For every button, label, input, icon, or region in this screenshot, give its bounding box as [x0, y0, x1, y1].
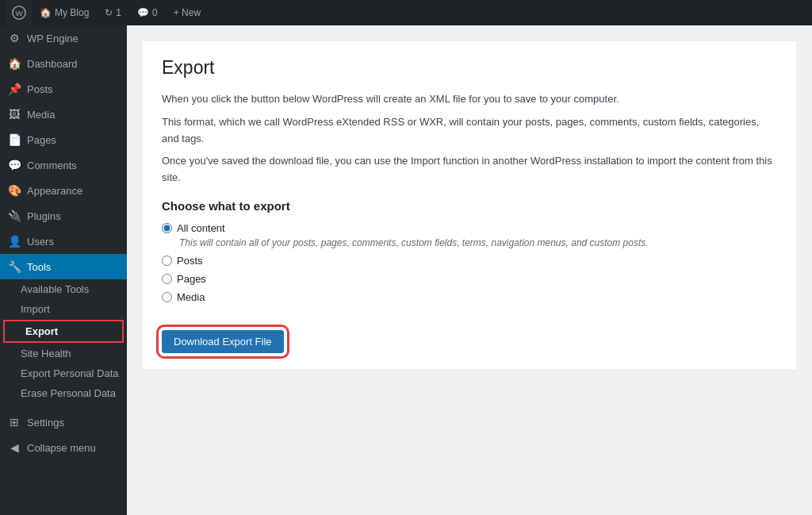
wp-logo[interactable]: W	[6, 0, 32, 25]
download-btn-wrapper: Download Export File	[162, 317, 777, 353]
main-layout: ⚙ WP Engine 🏠 Dashboard 📌 Posts 🖼 Media …	[0, 25, 812, 515]
sidebar-item-users[interactable]: 👤 Users	[0, 229, 127, 254]
radio-media-group: Media	[162, 291, 777, 303]
plugins-icon: 🔌	[8, 209, 21, 222]
pages-icon: 📄	[8, 133, 21, 146]
sidebar-item-posts[interactable]: 📌 Posts	[0, 76, 127, 102]
radio-posts-group: Posts	[162, 255, 777, 267]
sidebar: ⚙ WP Engine 🏠 Dashboard 📌 Posts 🖼 Media …	[0, 25, 127, 515]
radio-pages-group: Pages	[162, 273, 777, 285]
updates-icon: ↻	[105, 7, 113, 18]
adminbar-updates[interactable]: ↻ 1	[97, 0, 129, 25]
adminbar-site-name[interactable]: 🏠 My Blog	[32, 0, 97, 25]
settings-icon: ⊞	[8, 416, 21, 429]
radio-all-content-group: All content This will contain all of you…	[162, 222, 777, 248]
radio-posts[interactable]	[162, 256, 172, 266]
sidebar-sub-export[interactable]: Export	[3, 320, 124, 343]
content-area: Export When you click the button below W…	[127, 25, 812, 515]
sidebar-sub-site-health[interactable]: Site Health	[0, 344, 127, 363]
content-inner: Export When you click the button below W…	[143, 41, 796, 369]
radio-posts-label[interactable]: Posts	[162, 255, 777, 267]
sidebar-sub-export-personal-data[interactable]: Export Personal Data	[0, 363, 127, 383]
download-export-button[interactable]: Download Export File	[162, 330, 284, 353]
sidebar-sub-erase-personal-data[interactable]: Erase Personal Data	[0, 383, 127, 403]
sidebar-sub-import[interactable]: Import	[0, 299, 127, 319]
adminbar-new[interactable]: + New	[166, 0, 209, 25]
desc-2: This format, which we call WordPress eXt…	[162, 114, 777, 148]
tools-icon: 🔧	[8, 260, 21, 273]
sidebar-item-plugins[interactable]: 🔌 Plugins	[0, 203, 127, 229]
wp-engine-icon: ⚙	[8, 32, 21, 44]
media-icon: 🖼	[8, 108, 21, 121]
radio-media[interactable]	[162, 292, 172, 302]
collapse-icon: ◀	[8, 441, 21, 454]
comments-icon: 💬	[137, 7, 149, 18]
admin-bar: W 🏠 My Blog ↻ 1 💬 0 + New	[0, 0, 812, 25]
appearance-icon: 🎨	[8, 184, 21, 197]
page-title: Export	[162, 57, 777, 79]
svg-text:W: W	[16, 9, 24, 17]
sidebar-item-tools[interactable]: 🔧 Tools	[0, 254, 127, 279]
radio-media-label[interactable]: Media	[162, 291, 777, 303]
sidebar-item-settings[interactable]: ⊞ Settings	[0, 409, 127, 435]
radio-pages[interactable]	[162, 274, 172, 284]
radio-all-content-desc: This will contain all of your posts, pag…	[179, 237, 777, 248]
dashboard-icon: 🏠	[8, 57, 21, 70]
sidebar-item-comments[interactable]: 💬 Comments	[0, 152, 127, 178]
comments-nav-icon: 💬	[8, 159, 21, 171]
sidebar-item-pages[interactable]: 📄 Pages	[0, 127, 127, 152]
radio-all-content-label[interactable]: All content	[162, 222, 777, 234]
radio-pages-label[interactable]: Pages	[162, 273, 777, 285]
posts-icon: 📌	[8, 83, 21, 95]
sidebar-item-dashboard[interactable]: 🏠 Dashboard	[0, 51, 127, 76]
radio-all-content[interactable]	[162, 223, 172, 233]
desc-1: When you click the button below WordPres…	[162, 91, 777, 108]
home-icon: 🏠	[40, 7, 52, 18]
adminbar-comments[interactable]: 💬 0	[129, 0, 166, 25]
choose-heading: Choose what to export	[162, 199, 777, 213]
users-icon: 👤	[8, 235, 21, 248]
sidebar-item-wp-engine[interactable]: ⚙ WP Engine	[0, 25, 127, 51]
sidebar-sub-available-tools[interactable]: Available Tools	[0, 279, 127, 299]
desc-3: Once you've saved the download file, you…	[162, 153, 777, 186]
sidebar-item-media[interactable]: 🖼 Media	[0, 102, 127, 127]
sidebar-item-appearance[interactable]: 🎨 Appearance	[0, 178, 127, 203]
sidebar-item-collapse[interactable]: ◀ Collapse menu	[0, 435, 127, 460]
